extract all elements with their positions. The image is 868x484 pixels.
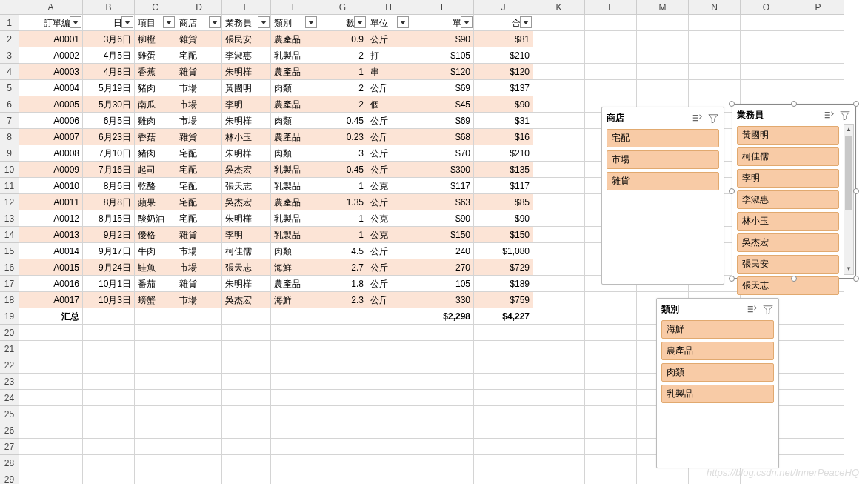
- table-cell[interactable]: 張天志: [222, 259, 271, 276]
- cell[interactable]: [533, 96, 585, 113]
- cell[interactable]: [741, 47, 792, 64]
- total-cell[interactable]: 汇总: [19, 308, 83, 325]
- cell[interactable]: [585, 455, 637, 471]
- row-header-28[interactable]: 28: [0, 455, 19, 471]
- total-cell[interactable]: [83, 308, 135, 325]
- table-cell[interactable]: 張天志: [222, 178, 271, 194]
- table-cell[interactable]: A0012: [19, 210, 83, 227]
- cell[interactable]: [792, 406, 844, 422]
- scroll-up-icon[interactable]: ▲: [844, 125, 853, 135]
- slicer-sales[interactable]: 業務員 黃國明柯佳儒李明李淑惠林小玉吳杰宏張民安張天志 ▲ ▼: [732, 104, 856, 279]
- cell[interactable]: [367, 406, 410, 422]
- row-header-15[interactable]: 15: [0, 243, 19, 259]
- cell[interactable]: [585, 325, 637, 341]
- cell[interactable]: [318, 422, 367, 439]
- cell[interactable]: [410, 439, 474, 455]
- clear-filter-icon[interactable]: [762, 304, 774, 316]
- table-cell[interactable]: 10月1日: [83, 276, 135, 292]
- cell[interactable]: [533, 227, 585, 243]
- cell[interactable]: [792, 374, 844, 390]
- cell[interactable]: [410, 422, 474, 439]
- cell[interactable]: [83, 439, 135, 455]
- table-cell[interactable]: 330: [410, 292, 474, 308]
- table-cell[interactable]: $90: [410, 210, 474, 227]
- col-header-M[interactable]: M: [637, 0, 689, 15]
- table-cell[interactable]: $150: [410, 227, 474, 243]
- table-cell[interactable]: 柯佳儒: [222, 243, 271, 259]
- table-cell[interactable]: $117: [410, 178, 474, 194]
- table-cell[interactable]: 農產品: [271, 64, 318, 80]
- cell[interactable]: [533, 292, 585, 308]
- slicer-item[interactable]: 黃國明: [737, 126, 839, 145]
- row-header-21[interactable]: 21: [0, 341, 19, 357]
- col-header-K[interactable]: K: [533, 0, 585, 15]
- total-cell[interactable]: $4,227: [474, 308, 533, 325]
- cell[interactable]: [474, 374, 533, 390]
- table-cell[interactable]: 肉類: [271, 145, 318, 162]
- cell[interactable]: [533, 406, 585, 422]
- cell[interactable]: [318, 341, 367, 357]
- table-cell[interactable]: 9月24日: [83, 259, 135, 276]
- table-cell[interactable]: 串: [367, 64, 410, 80]
- cell[interactable]: [19, 439, 83, 455]
- cell[interactable]: [585, 374, 637, 390]
- multiselect-icon[interactable]: [746, 304, 758, 316]
- cell[interactable]: [585, 64, 637, 80]
- slicer-item[interactable]: 肉類: [661, 363, 774, 382]
- table-cell[interactable]: 公斤: [367, 162, 410, 178]
- row-header-20[interactable]: 20: [0, 325, 19, 341]
- cell[interactable]: [135, 357, 176, 374]
- table-cell[interactable]: 公斤: [367, 80, 410, 96]
- row-header-27[interactable]: 27: [0, 439, 19, 455]
- cell[interactable]: [533, 113, 585, 129]
- cell[interactable]: [318, 325, 367, 341]
- cell[interactable]: [585, 439, 637, 455]
- table-cell[interactable]: $759: [474, 292, 533, 308]
- table-header-9[interactable]: 合計: [474, 15, 533, 31]
- col-header-J[interactable]: J: [474, 0, 533, 15]
- filter-dropdown-icon[interactable]: [305, 16, 317, 28]
- table-cell[interactable]: 4.5: [318, 243, 367, 259]
- cell[interactable]: [533, 47, 585, 64]
- cell[interactable]: [222, 455, 271, 471]
- cell[interactable]: [533, 129, 585, 145]
- table-cell[interactable]: 肉類: [271, 113, 318, 129]
- select-all-corner[interactable]: [0, 0, 19, 15]
- table-header-5[interactable]: 類別: [271, 15, 318, 31]
- table-cell[interactable]: $117: [474, 178, 533, 194]
- cell[interactable]: [271, 406, 318, 422]
- cell[interactable]: [19, 422, 83, 439]
- cell[interactable]: [689, 64, 741, 80]
- clear-filter-icon[interactable]: [707, 113, 719, 125]
- table-cell[interactable]: 宅配: [176, 194, 222, 210]
- cell[interactable]: [689, 80, 741, 96]
- table-cell[interactable]: $69: [410, 80, 474, 96]
- table-cell[interactable]: 豬肉: [135, 80, 176, 96]
- table-cell[interactable]: 乳製品: [271, 210, 318, 227]
- table-cell[interactable]: $45: [410, 96, 474, 113]
- cell[interactable]: [135, 455, 176, 471]
- table-cell[interactable]: 市場: [176, 292, 222, 308]
- cell[interactable]: [474, 341, 533, 357]
- table-cell[interactable]: 乳製品: [271, 47, 318, 64]
- slicer-scrollbar[interactable]: ▲ ▼: [844, 124, 854, 275]
- table-cell[interactable]: 9月2日: [83, 227, 135, 243]
- table-cell[interactable]: 肉類: [271, 243, 318, 259]
- cell[interactable]: [585, 292, 637, 308]
- cell[interactable]: [135, 325, 176, 341]
- table-cell[interactable]: 公斤: [367, 194, 410, 210]
- cell[interactable]: [176, 341, 222, 357]
- table-cell[interactable]: 公克: [367, 210, 410, 227]
- table-cell[interactable]: 市場: [176, 96, 222, 113]
- table-cell[interactable]: 公斤: [367, 243, 410, 259]
- cell[interactable]: [741, 31, 792, 47]
- cell[interactable]: [741, 15, 792, 31]
- slicer-item[interactable]: 農產品: [661, 342, 774, 360]
- table-cell[interactable]: 乳製品: [271, 178, 318, 194]
- cell[interactable]: [176, 390, 222, 406]
- table-cell[interactable]: 公克: [367, 227, 410, 243]
- table-cell[interactable]: 番茄: [135, 276, 176, 292]
- row-header-4[interactable]: 4: [0, 64, 19, 80]
- table-cell[interactable]: 9月17日: [83, 243, 135, 259]
- cell[interactable]: [792, 31, 844, 47]
